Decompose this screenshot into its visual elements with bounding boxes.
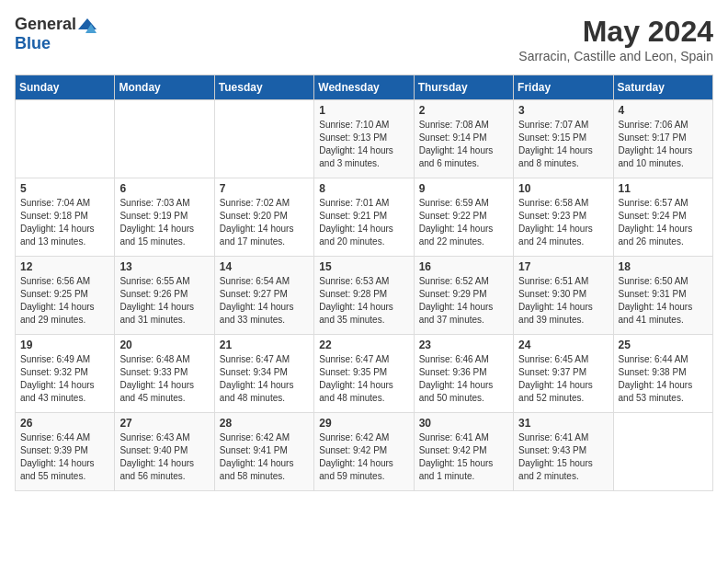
day-number: 25 [619,339,708,351]
day-number: 24 [518,339,608,351]
cell-content: Sunrise: 6:47 AM Sunset: 9:34 PM Dayligh… [220,353,309,405]
calendar-cell: 31Sunrise: 6:41 AM Sunset: 9:43 PM Dayli… [514,413,613,491]
day-number: 22 [319,339,408,351]
calendar-week-1: 1Sunrise: 7:10 AM Sunset: 9:13 PM Daylig… [16,100,713,178]
day-number: 28 [220,417,309,430]
day-number: 16 [419,260,508,273]
calendar-cell: 19Sunrise: 6:49 AM Sunset: 9:32 PM Dayli… [16,335,115,413]
cell-content: Sunrise: 6:44 AM Sunset: 9:39 PM Dayligh… [20,431,109,483]
day-number: 26 [20,417,109,430]
calendar-cell: 30Sunrise: 6:41 AM Sunset: 9:42 PM Dayli… [414,413,513,491]
day-number: 17 [518,260,608,273]
day-number: 20 [119,339,209,351]
cell-content: Sunrise: 6:51 AM Sunset: 9:30 PM Dayligh… [518,275,608,327]
cell-content: Sunrise: 6:53 AM Sunset: 9:28 PM Dayligh… [319,275,408,327]
cell-content: Sunrise: 6:48 AM Sunset: 9:33 PM Dayligh… [119,353,209,405]
day-number: 30 [419,417,508,430]
calendar-cell: 13Sunrise: 6:55 AM Sunset: 9:26 PM Dayli… [115,257,214,335]
calendar-cell [115,100,214,178]
title-area: May 2024 Sarracin, Castille and Leon, Sp… [518,15,713,63]
day-number: 8 [319,182,408,195]
cell-content: Sunrise: 7:01 AM Sunset: 9:21 PM Dayligh… [319,197,408,248]
day-number: 18 [619,260,708,273]
day-header-tuesday: Tuesday [214,75,313,100]
day-number: 3 [518,104,608,117]
cell-content: Sunrise: 7:10 AM Sunset: 9:13 PM Dayligh… [319,119,408,170]
calendar-cell: 9Sunrise: 6:59 AM Sunset: 9:22 PM Daylig… [414,178,513,257]
calendar-cell: 5Sunrise: 7:04 AM Sunset: 9:18 PM Daylig… [16,178,115,257]
day-number: 7 [220,182,309,195]
day-number: 10 [518,182,608,195]
cell-content: Sunrise: 6:45 AM Sunset: 9:37 PM Dayligh… [518,353,608,405]
cell-content: Sunrise: 6:55 AM Sunset: 9:26 PM Dayligh… [119,275,209,327]
calendar-table: SundayMondayTuesdayWednesdayThursdayFrid… [15,75,713,491]
cell-content: Sunrise: 6:47 AM Sunset: 9:35 PM Dayligh… [319,353,408,405]
cell-content: Sunrise: 6:52 AM Sunset: 9:29 PM Dayligh… [419,275,508,327]
calendar-cell: 1Sunrise: 7:10 AM Sunset: 9:13 PM Daylig… [314,100,414,178]
cell-content: Sunrise: 6:42 AM Sunset: 9:42 PM Dayligh… [319,431,408,483]
cell-content: Sunrise: 6:43 AM Sunset: 9:40 PM Dayligh… [119,431,209,483]
day-number: 9 [419,182,508,195]
logo-general: General [15,15,76,34]
calendar-cell: 23Sunrise: 6:46 AM Sunset: 9:36 PM Dayli… [414,335,513,413]
cell-content: Sunrise: 6:59 AM Sunset: 9:22 PM Dayligh… [419,197,508,248]
day-number: 27 [119,417,209,430]
cell-content: Sunrise: 7:03 AM Sunset: 9:19 PM Dayligh… [119,197,209,248]
day-header-friday: Friday [514,75,613,100]
day-header-sunday: Sunday [16,75,115,100]
cell-content: Sunrise: 7:08 AM Sunset: 9:14 PM Dayligh… [419,119,508,170]
cell-content: Sunrise: 7:07 AM Sunset: 9:15 PM Dayligh… [518,119,608,170]
calendar-cell: 18Sunrise: 6:50 AM Sunset: 9:31 PM Dayli… [613,257,712,335]
cell-content: Sunrise: 6:58 AM Sunset: 9:23 PM Dayligh… [518,197,608,248]
day-header-monday: Monday [115,75,214,100]
cell-content: Sunrise: 6:46 AM Sunset: 9:36 PM Dayligh… [419,353,508,405]
calendar-cell: 4Sunrise: 7:06 AM Sunset: 9:17 PM Daylig… [613,100,712,178]
calendar-cell: 11Sunrise: 6:57 AM Sunset: 9:24 PM Dayli… [613,178,712,257]
calendar-cell: 29Sunrise: 6:42 AM Sunset: 9:42 PM Dayli… [314,413,414,491]
calendar-cell: 2Sunrise: 7:08 AM Sunset: 9:14 PM Daylig… [414,100,513,178]
calendar-cell: 10Sunrise: 6:58 AM Sunset: 9:23 PM Dayli… [514,178,613,257]
cell-content: Sunrise: 6:49 AM Sunset: 9:32 PM Dayligh… [20,353,109,405]
day-number: 11 [619,182,708,195]
calendar-cell [214,100,313,178]
calendar-cell: 24Sunrise: 6:45 AM Sunset: 9:37 PM Dayli… [514,335,613,413]
calendar-week-5: 26Sunrise: 6:44 AM Sunset: 9:39 PM Dayli… [16,413,713,491]
logo: General Blue [15,15,97,53]
calendar-cell: 27Sunrise: 6:43 AM Sunset: 9:40 PM Dayli… [115,413,214,491]
calendar-cell: 15Sunrise: 6:53 AM Sunset: 9:28 PM Dayli… [314,257,414,335]
calendar-cell: 3Sunrise: 7:07 AM Sunset: 9:15 PM Daylig… [514,100,613,178]
cell-content: Sunrise: 6:41 AM Sunset: 9:42 PM Dayligh… [419,431,508,483]
cell-content: Sunrise: 6:44 AM Sunset: 9:38 PM Dayligh… [619,353,708,405]
day-number: 5 [20,182,109,195]
calendar-cell: 22Sunrise: 6:47 AM Sunset: 9:35 PM Dayli… [314,335,414,413]
calendar-cell: 17Sunrise: 6:51 AM Sunset: 9:30 PM Dayli… [514,257,613,335]
calendar-cell: 20Sunrise: 6:48 AM Sunset: 9:33 PM Dayli… [115,335,214,413]
day-number: 31 [518,417,608,430]
calendar-cell: 7Sunrise: 7:02 AM Sunset: 9:20 PM Daylig… [214,178,313,257]
day-number: 15 [319,260,408,273]
cell-content: Sunrise: 6:57 AM Sunset: 9:24 PM Dayligh… [619,197,708,248]
calendar-cell [613,413,712,491]
logo-icon [78,17,97,33]
calendar-cell: 14Sunrise: 6:54 AM Sunset: 9:27 PM Dayli… [214,257,313,335]
calendar-week-4: 19Sunrise: 6:49 AM Sunset: 9:32 PM Dayli… [16,335,713,413]
day-number: 23 [419,339,508,351]
calendar-cell: 26Sunrise: 6:44 AM Sunset: 9:39 PM Dayli… [16,413,115,491]
cell-content: Sunrise: 6:56 AM Sunset: 9:25 PM Dayligh… [20,275,109,327]
cell-content: Sunrise: 6:41 AM Sunset: 9:43 PM Dayligh… [518,431,608,483]
day-header-wednesday: Wednesday [314,75,414,100]
calendar-cell: 21Sunrise: 6:47 AM Sunset: 9:34 PM Dayli… [214,335,313,413]
calendar-week-2: 5Sunrise: 7:04 AM Sunset: 9:18 PM Daylig… [16,178,713,257]
cell-content: Sunrise: 6:54 AM Sunset: 9:27 PM Dayligh… [220,275,309,327]
cell-content: Sunrise: 7:06 AM Sunset: 9:17 PM Dayligh… [619,119,708,170]
day-number: 1 [319,104,408,117]
day-number: 12 [20,260,109,273]
day-number: 4 [619,104,708,117]
day-number: 13 [119,260,209,273]
calendar-cell: 16Sunrise: 6:52 AM Sunset: 9:29 PM Dayli… [414,257,513,335]
day-number: 21 [220,339,309,351]
day-header-thursday: Thursday [414,75,513,100]
calendar-cell: 8Sunrise: 7:01 AM Sunset: 9:21 PM Daylig… [314,178,414,257]
day-number: 14 [220,260,309,273]
calendar-cell: 25Sunrise: 6:44 AM Sunset: 9:38 PM Dayli… [613,335,712,413]
